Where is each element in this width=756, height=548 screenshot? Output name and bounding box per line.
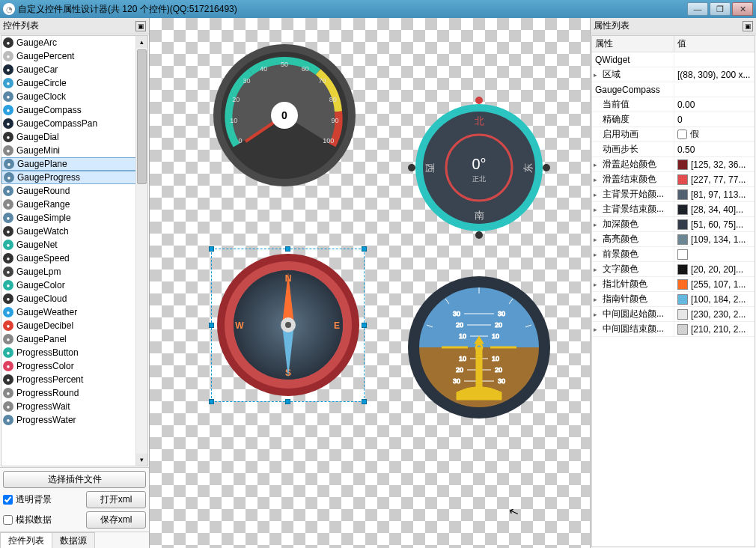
widget-icon: ● — [3, 415, 13, 425]
prop-highlight[interactable]: ▸高亮颜色[109, 134, 1... — [592, 232, 755, 247]
widget-item-GaugeRange[interactable]: ●GaugeRange — [1, 198, 147, 211]
scroll-down[interactable]: ▾ — [136, 454, 147, 466]
widget-label: GaugeNet — [16, 240, 58, 250]
widget-item-ProgressRound[interactable]: ●ProgressRound — [1, 386, 147, 400]
widget-item-GaugeNet[interactable]: ●GaugeNet — [1, 238, 147, 252]
scrollbar[interactable]: ▴ ▾ — [135, 36, 147, 466]
select-plugin-button[interactable]: 选择插件文件 — [3, 471, 146, 488]
widget-icon: ● — [3, 240, 13, 250]
widget-item-GaugePercent[interactable]: ●GaugePercent — [1, 49, 147, 63]
app-icon: ◔ — [3, 3, 15, 15]
prop-bg-end[interactable]: ▸主背景结束颜...[28, 34, 40]... — [592, 202, 755, 217]
widget-item-GaugeProgress[interactable]: ●GaugeProgress — [1, 171, 147, 184]
design-canvas[interactable]: 0102030405060708090100 0 北 南 西 东 0° 正北 — [150, 18, 590, 548]
widget-item-GaugeClock[interactable]: ●GaugeClock — [1, 90, 147, 103]
widget-item-GaugeCircle[interactable]: ●GaugeCircle — [1, 76, 147, 90]
window-title: 自定义控件属性设计器(共 120 个控件)(QQ:517216493) — [18, 3, 687, 16]
svg-text:东: 东 — [522, 163, 534, 173]
widget-item-GaugeRound[interactable]: ●GaugeRound — [1, 184, 147, 198]
widget-item-ProgressWait[interactable]: ●ProgressWait — [1, 400, 147, 413]
widget-item-GaugeCloud[interactable]: ●GaugeCloud — [1, 292, 147, 305]
property-table[interactable]: 属性值 QWidget ▸区域[(88, 309), 200 x... Gaug… — [591, 35, 755, 547]
widget-item-ProgressPercent[interactable]: ●ProgressPercent — [1, 373, 147, 386]
widget-item-GaugeCar[interactable]: ●GaugeCar — [1, 63, 147, 76]
widget-icon: ● — [3, 145, 13, 156]
widget-label: ProgressPercent — [16, 374, 83, 385]
scroll-thumb[interactable] — [137, 49, 147, 184]
minimize-button[interactable]: — — [687, 2, 708, 16]
prop-dark[interactable]: ▸加深颜色[51, 60, 75]... — [592, 217, 755, 232]
prop-cover-start[interactable]: ▸滑盖起始颜色[125, 32, 36... — [592, 157, 755, 172]
prop-region[interactable]: ▸区域[(88, 309), 200 x... — [592, 67, 755, 82]
gauge-compass-nesw[interactable]: N S W E — [213, 250, 363, 400]
prop-current-value[interactable]: 当前值0.00 — [592, 97, 755, 112]
prop-text-color[interactable]: ▸文字颜色[20, 20, 20]... — [592, 262, 755, 277]
prop-precision[interactable]: 精确度0 — [592, 112, 755, 127]
widget-item-GaugePanel[interactable]: ●GaugePanel — [1, 332, 147, 346]
prop-north-color[interactable]: ▸指北针颜色[255, 107, 1... — [592, 277, 755, 292]
widget-icon: ● — [3, 307, 13, 317]
widget-item-ProgressWater[interactable]: ●ProgressWater — [1, 413, 147, 427]
prop-anim-step[interactable]: 动画步长0.50 — [592, 142, 755, 157]
prop-animation[interactable]: 启用动画假 — [592, 127, 755, 142]
svg-text:30: 30 — [498, 377, 505, 385]
prop-center-end[interactable]: ▸中间圆结束颜...[210, 210, 2... — [592, 322, 755, 337]
dock-float-button[interactable]: ▣ — [743, 21, 753, 31]
svg-text:E: E — [334, 320, 340, 331]
scroll-up[interactable]: ▴ — [136, 36, 147, 48]
prop-group-qwidget[interactable]: QWidget — [592, 52, 755, 67]
widget-label: GaugePanel — [16, 334, 67, 344]
dock-float-button[interactable]: ▣ — [135, 21, 146, 31]
maximize-button[interactable]: ❐ — [710, 2, 731, 16]
svg-text:100: 100 — [323, 137, 334, 144]
widget-label: GaugeCar — [16, 64, 58, 75]
gauge-speedometer[interactable]: 0102030405060708090100 0 — [210, 40, 359, 190]
widget-item-ProgressButton[interactable]: ●ProgressButton — [1, 346, 147, 359]
widget-label: ProgressRound — [16, 388, 79, 398]
widget-item-GaugeWatch[interactable]: ●GaugeWatch — [1, 225, 147, 238]
widget-item-GaugeDecibel[interactable]: ●GaugeDecibel — [1, 319, 147, 332]
prop-foreground[interactable]: ▸前景颜色 — [592, 247, 755, 262]
transparent-bg-checkbox[interactable]: 透明背景 — [3, 493, 82, 506]
widget-list-label: 控件列表 — [3, 19, 39, 32]
prop-cover-end[interactable]: ▸滑盖结束颜色[227, 77, 77... — [592, 172, 755, 187]
svg-text:10: 10 — [492, 332, 499, 340]
save-xml-button[interactable]: 保存xml — [86, 511, 146, 529]
col-value: 值 — [674, 36, 689, 52]
widget-item-GaugeLpm[interactable]: ●GaugeLpm — [1, 265, 147, 278]
gauge-attitude[interactable]: 3030 2020 1010 1010 2020 3030 — [404, 273, 554, 422]
prop-center-start[interactable]: ▸中间圆起始颜...[230, 230, 2... — [592, 307, 755, 322]
widget-item-GaugeDial[interactable]: ●GaugeDial — [1, 130, 147, 144]
prop-bg-start[interactable]: ▸主背景开始颜...[81, 97, 113... — [592, 187, 755, 202]
tab-data[interactable]: 数据源 — [52, 532, 95, 548]
widget-item-GaugeSimple[interactable]: ●GaugeSimple — [1, 211, 147, 225]
prop-south-color[interactable]: ▸指南针颜色[100, 184, 2... — [592, 292, 755, 307]
widget-item-GaugeCompassPan[interactable]: ●GaugeCompassPan — [1, 117, 147, 130]
titlebar: ◔ 自定义控件属性设计器(共 120 个控件)(QQ:517216493) — … — [0, 0, 756, 18]
widget-item-ProgressColor[interactable]: ●ProgressColor — [1, 359, 147, 373]
widget-icon: ● — [3, 226, 13, 237]
mock-data-checkbox[interactable]: 模拟数据 — [3, 514, 82, 526]
close-button[interactable]: ✕ — [732, 2, 753, 16]
widget-icon: ● — [3, 388, 13, 398]
widget-item-GaugeWeather[interactable]: ●GaugeWeather — [1, 305, 147, 319]
widget-list[interactable]: ●GaugeArc●GaugePercent●GaugeCar●GaugeCir… — [1, 35, 148, 466]
gauge-direction-compass[interactable]: 北 南 西 东 0° 正北 — [404, 93, 554, 243]
widget-item-GaugeMini[interactable]: ●GaugeMini — [1, 144, 147, 157]
widget-item-GaugeSpeed[interactable]: ●GaugeSpeed — [1, 252, 147, 265]
svg-rect-66 — [476, 347, 482, 392]
widget-item-GaugeCompass[interactable]: ●GaugeCompass — [1, 103, 147, 117]
widget-item-GaugeArc[interactable]: ●GaugeArc — [1, 36, 147, 49]
prop-group-compass[interactable]: GaugeCompass — [592, 82, 755, 97]
tab-widgets[interactable]: 控件列表 — [0, 532, 52, 548]
svg-text:30: 30 — [453, 310, 460, 317]
widget-item-GaugePlane[interactable]: ●GaugePlane — [1, 157, 147, 171]
widget-label: GaugeWatch — [16, 226, 69, 237]
svg-text:0°: 0° — [472, 156, 486, 172]
widget-item-GaugeColor[interactable]: ●GaugeColor — [1, 278, 147, 292]
open-xml-button[interactable]: 打开xml — [86, 491, 146, 508]
svg-text:20: 20 — [495, 366, 502, 374]
col-property: 属性 — [592, 36, 674, 52]
widget-icon: ● — [3, 64, 13, 75]
widget-icon: ● — [3, 334, 13, 344]
